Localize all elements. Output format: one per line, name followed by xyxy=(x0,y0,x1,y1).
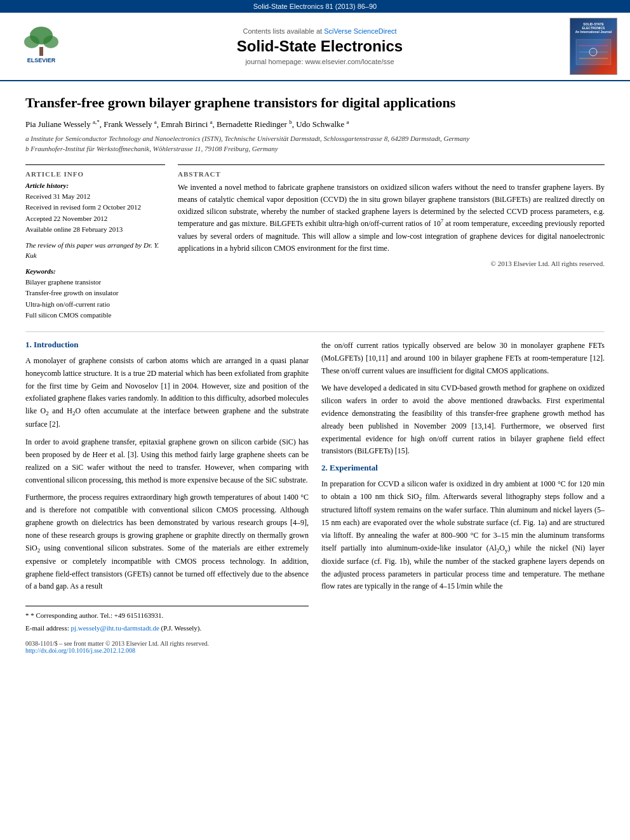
svg-rect-4 xyxy=(39,47,43,56)
author-sep-3: , Bernadette Riedinger xyxy=(213,119,290,129)
abstract-section: ABSTRACT We invented a novel method to f… xyxy=(178,164,605,321)
paper-container: Transfer-free grown bilayer graphene tra… xyxy=(0,81,630,667)
body-right-col: the on/off current ratios typically obse… xyxy=(321,340,605,654)
received-date: Received 31 May 2012 xyxy=(25,191,165,202)
journal-header: ELSEVIER Contents lists available at Sci… xyxy=(0,13,630,81)
elsevier-copyright-footer: 0038-1101/$ – see front matter © 2013 El… xyxy=(25,640,309,654)
keyword-1: Bilayer graphene transistor xyxy=(25,277,165,288)
corresponding-star: * xyxy=(25,611,30,619)
abstract-copyright: © 2013 Elsevier Ltd. All rights reserved… xyxy=(178,260,605,267)
svg-point-2 xyxy=(24,36,39,48)
keyword-2: Transfer-free growth on insulator xyxy=(25,288,165,298)
email-note: E-mail address: pj.wessely@iht.tu-darmst… xyxy=(25,623,309,634)
copyright-footer-text: 0038-1101/$ – see front matter © 2013 El… xyxy=(25,640,309,647)
footnote-email[interactable]: pj.wessely@iht.tu-darmstadt.de xyxy=(70,624,159,632)
section-2-heading: 2. Experimental xyxy=(321,463,605,473)
article-history-title: Article history: xyxy=(25,182,165,189)
author-5-sup: a xyxy=(347,119,349,125)
section-divider xyxy=(25,331,605,332)
cover-title-small: SOLID-STATEELECTRONICSAn International J… xyxy=(575,22,612,34)
intro-right-para-2: We have developed a dedicated in situ CV… xyxy=(321,382,605,458)
article-info: ARTICLE INFO Article history: Received 3… xyxy=(25,164,165,321)
author-sep-2: , Emrah Birinci xyxy=(157,119,210,129)
svg-text:ELSEVIER: ELSEVIER xyxy=(27,57,56,63)
abstract-text: We invented a novel method to fabricate … xyxy=(178,182,605,255)
keyword-3: Ultra-high on/off-current ratio xyxy=(25,299,165,310)
email-label: E-mail address: xyxy=(25,624,70,632)
authors-line: Pia Juliane Wessely a,*, Frank Wessely a… xyxy=(25,119,605,130)
author-sep-4: , Udo Schwalke xyxy=(292,119,347,129)
intro-right-para-1: the on/off current ratios typically obse… xyxy=(321,340,605,377)
article-info-abstract-section: ARTICLE INFO Article history: Received 3… xyxy=(25,164,605,321)
corresponding-text: * Corresponding author. Tel.: +49 615116… xyxy=(30,611,163,619)
experimental-para-1: In preparation for CCVD a silicon wafer … xyxy=(321,478,605,593)
sciverse-line: Contents lists available at SciVerse Sci… xyxy=(76,27,563,35)
sciverse-link[interactable]: SciVerse ScienceDirect xyxy=(324,27,396,35)
journal-title: Solid-State Electronics xyxy=(76,37,563,55)
journal-reference-text: Solid-State Electronics 81 (2013) 86–90 xyxy=(253,3,377,10)
affiliations: a Institute for Semiconductor Technology… xyxy=(25,133,605,154)
email-suffix: (P.J. Wessely). xyxy=(159,624,201,632)
article-info-title: ARTICLE INFO xyxy=(25,170,165,178)
available-online-date: Available online 28 February 2013 xyxy=(25,224,165,235)
journal-reference-bar: Solid-State Electronics 81 (2013) 86–90 xyxy=(0,0,630,13)
paper-title: Transfer-free grown bilayer graphene tra… xyxy=(25,94,605,112)
journal-header-center: Contents lists available at SciVerse Sci… xyxy=(76,27,563,65)
keywords-title: Keywords: xyxy=(25,267,165,275)
author-1: Pia Juliane Wessely xyxy=(25,119,93,129)
affiliation-a: a Institute for Semiconductor Technology… xyxy=(25,133,605,144)
review-note: The review of this paper was arranged by… xyxy=(25,240,165,261)
journal-cover: SOLID-STATEELECTRONICSAn International J… xyxy=(570,18,617,75)
journal-cover-image: SOLID-STATEELECTRONICSAn International J… xyxy=(570,18,617,75)
elsevier-logo: ELSEVIER xyxy=(13,23,70,70)
affiliation-b: b Fraunhofer-Institut für Werkstoffmecha… xyxy=(25,143,605,154)
accepted-date: Accepted 22 November 2012 xyxy=(25,213,165,224)
doi-link[interactable]: http://dx.doi.org/10.1016/j.sse.2012.12.… xyxy=(25,647,309,654)
intro-para-3: Furthermore, the process requires extrao… xyxy=(25,491,309,593)
svg-point-3 xyxy=(43,36,58,48)
intro-para-1: A monolayer of graphene consists of carb… xyxy=(25,355,309,431)
body-content: 1. Introduction A monolayer of graphene … xyxy=(25,340,605,654)
received-revised-date: Received in revised form 2 October 2012 xyxy=(25,202,165,213)
footnote-section: * * Corresponding author. Tel.: +49 6151… xyxy=(25,606,309,634)
sciverse-prefix: Contents lists available at xyxy=(243,27,324,35)
keyword-4: Full silicon CMOS compatible xyxy=(25,310,165,321)
corresponding-author-note: * * Corresponding author. Tel.: +49 6151… xyxy=(25,610,309,622)
author-1-sup: a,* xyxy=(93,119,100,125)
author-sep-1: , Frank Wessely xyxy=(100,119,154,129)
intro-para-2: In order to avoid graphene transfer, epi… xyxy=(25,436,309,486)
journal-homepage: journal homepage: www.elsevier.com/locat… xyxy=(76,58,563,65)
section-1-heading: 1. Introduction xyxy=(25,340,309,350)
body-left-col: 1. Introduction A monolayer of graphene … xyxy=(25,340,309,654)
abstract-title: ABSTRACT xyxy=(178,170,605,178)
